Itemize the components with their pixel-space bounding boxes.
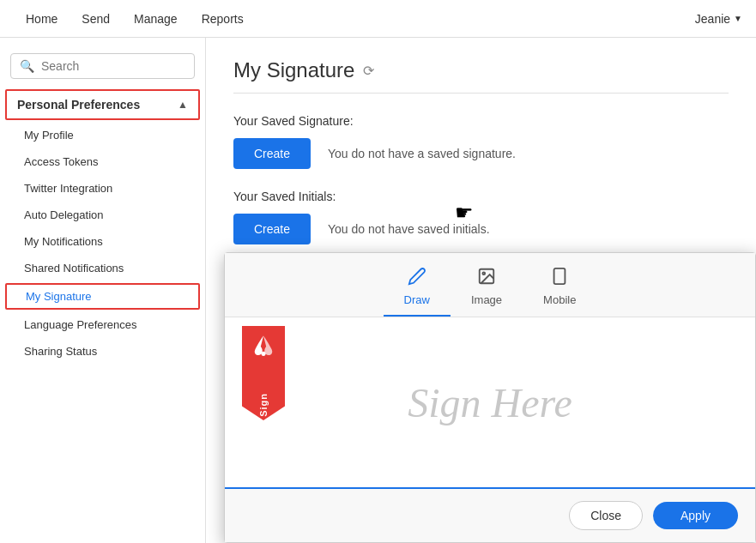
nav-reports[interactable]: Reports: [190, 0, 256, 38]
apply-button[interactable]: Apply: [653, 502, 738, 529]
no-initials-text: You do not have saved initials.: [328, 222, 490, 236]
saved-signature-row: Create You do not have a saved signature…: [233, 138, 729, 169]
sidebar-item-my-notifications[interactable]: My Notifications: [0, 228, 205, 255]
nav-home[interactable]: Home: [14, 0, 70, 38]
sidebar-item-access-tokens[interactable]: Access Tokens: [0, 148, 205, 175]
sidebar: 🔍 Personal Preferences ▲ My Profile Acce…: [0, 38, 206, 543]
dialog-body[interactable]: Sign Sign Here: [225, 317, 755, 489]
sidebar-item-auto-delegation[interactable]: Auto Delegation: [0, 202, 205, 228]
user-menu-arrow: ▼: [734, 14, 742, 23]
sidebar-item-sharing-status[interactable]: Sharing Status: [0, 338, 205, 365]
top-nav: Home Send Manage Reports Jeanie ▼: [0, 0, 756, 38]
tab-image[interactable]: Image: [451, 260, 523, 317]
saved-initials-label: Your Saved Initials:: [233, 190, 729, 203]
create-signature-button[interactable]: Create: [233, 138, 311, 169]
adobe-sign-tag: Sign: [242, 326, 285, 420]
sidebar-item-language-preferences[interactable]: Language Preferences: [0, 311, 205, 338]
dialog-tabs: Draw Image: [225, 253, 755, 317]
chevron-up-icon: ▲: [178, 99, 188, 111]
refresh-icon[interactable]: ⟳: [363, 63, 374, 79]
sign-here-text: Sign Here: [408, 379, 572, 426]
tab-draw-label: Draw: [404, 293, 430, 306]
dialog-footer: Close Apply: [225, 489, 755, 542]
user-name: Jeanie: [695, 12, 730, 26]
nav-send[interactable]: Send: [70, 0, 122, 38]
draw-icon: [408, 267, 426, 290]
signature-dialog: Draw Image: [224, 252, 756, 543]
tab-mobile-label: Mobile: [543, 293, 576, 306]
svg-rect-2: [554, 268, 565, 284]
create-initials-button[interactable]: Create: [233, 214, 311, 244]
page-title-container: My Signature ⟳: [233, 58, 729, 94]
content-area: My Signature ⟳ Your Saved Signature: Cre…: [206, 38, 756, 543]
tab-draw[interactable]: Draw: [384, 260, 451, 317]
search-input[interactable]: [41, 59, 185, 73]
saved-signature-label: Your Saved Signature:: [233, 114, 729, 128]
image-icon: [477, 267, 496, 290]
tab-mobile[interactable]: Mobile: [523, 260, 596, 317]
nav-manage[interactable]: Manage: [122, 0, 190, 38]
sidebar-item-shared-notifications[interactable]: Shared Notifications: [0, 255, 205, 281]
close-button[interactable]: Close: [569, 501, 643, 530]
adobe-sign-label: Sign: [258, 393, 269, 417]
no-signature-text: You do not have a saved signature.: [328, 147, 516, 160]
sidebar-item-twitter-integration[interactable]: Twitter Integration: [0, 175, 205, 202]
search-icon: 🔍: [20, 59, 34, 73]
search-box[interactable]: 🔍: [10, 53, 195, 79]
user-menu[interactable]: Jeanie ▼: [695, 12, 742, 26]
sidebar-section-label: Personal Preferences: [17, 98, 140, 112]
page-title: My Signature: [233, 58, 354, 82]
sidebar-item-my-signature[interactable]: My Signature: [5, 283, 200, 310]
tab-image-label: Image: [471, 293, 502, 306]
main-layout: 🔍 Personal Preferences ▲ My Profile Acce…: [0, 38, 756, 543]
svg-point-1: [482, 272, 485, 275]
sidebar-item-my-profile[interactable]: My Profile: [0, 122, 205, 148]
sidebar-section-personal-preferences[interactable]: Personal Preferences ▲: [5, 89, 200, 120]
mobile-icon: [550, 267, 569, 290]
saved-initials-row: Create You do not have saved initials.: [233, 214, 729, 244]
svg-point-4: [261, 352, 265, 356]
